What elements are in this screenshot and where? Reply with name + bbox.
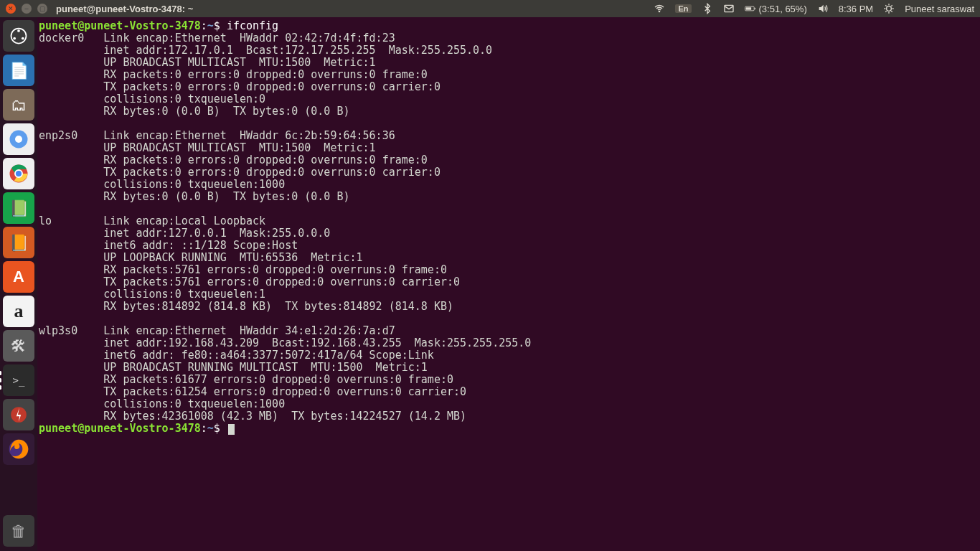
volume-icon[interactable] [817,3,829,14]
settings-icon[interactable]: 🛠 [3,330,34,362]
unity-launcher: 📄 🗂 📗 📙 A a 🛠 >_ 🗑 [0,17,37,551]
clock[interactable]: 8:36 PM [839,4,873,14]
svg-point-0 [659,11,660,11]
window-close-button[interactable]: ✕ [6,4,16,14]
top-panel: ✕ – ▢ puneet@puneet-Vostro-3478: ~ En (3… [0,0,980,17]
prompt-user: puneet@puneet-Vostro-3478 [39,19,201,32]
mail-icon[interactable] [723,3,735,14]
prompt-end: $ [214,19,227,32]
terminal-content[interactable]: puneet@puneet-Vostro-3478:~$ ifconfig do… [37,17,980,551]
svg-point-9 [13,37,16,40]
crash-icon[interactable] [3,399,34,430]
command-output: docker0 Link encap:Ethernet HWaddr 02:42… [39,32,531,423]
system-tray: En (3:51, 65%) 8:36 PM Puneet saraswat [654,3,974,14]
firefox-icon[interactable] [3,433,34,465]
session-user[interactable]: Puneet saraswat [905,4,974,14]
svg-point-13 [15,170,22,177]
impress-icon[interactable]: 📙 [3,227,34,258]
files-icon[interactable]: 🗂 [3,89,34,121]
window-title: puneet@puneet-Vostro-3478: ~ [56,4,193,14]
terminal-cursor [228,424,235,435]
svg-point-8 [22,37,24,40]
battery-indicator[interactable]: (3:51, 65%) [745,3,807,14]
trash-icon[interactable]: 🗑 [3,515,34,547]
prompt-user-2: puneet@puneet-Vostro-3478 [39,422,201,435]
calc-icon[interactable]: 📗 [3,192,34,224]
svg-point-5 [887,6,892,11]
amazon-icon[interactable]: a [3,296,34,327]
window-controls: ✕ – ▢ [6,4,47,14]
power-icon[interactable] [883,3,895,14]
svg-rect-3 [754,8,755,9]
terminal-icon[interactable]: >_ [3,364,34,396]
window-maximize-button[interactable]: ▢ [37,4,47,14]
dash-icon[interactable] [3,20,34,52]
svg-point-11 [15,136,22,143]
battery-text: (3:51, 65%) [759,4,807,14]
chrome-icon[interactable] [3,158,34,189]
chromium-icon[interactable] [3,123,34,155]
command-text: ifconfig [227,19,278,32]
window-minimize-button[interactable]: – [22,4,32,14]
prompt-sep: : [201,19,207,32]
software-icon[interactable]: A [3,261,34,293]
keyboard-layout-indicator[interactable]: En [675,4,691,13]
wifi-icon[interactable] [654,3,665,14]
svg-rect-4 [745,7,750,9]
prompt-path: ~ [207,19,214,32]
svg-point-7 [17,29,20,32]
bluetooth-icon[interactable] [702,3,713,14]
writer-icon[interactable]: 📄 [3,55,34,86]
